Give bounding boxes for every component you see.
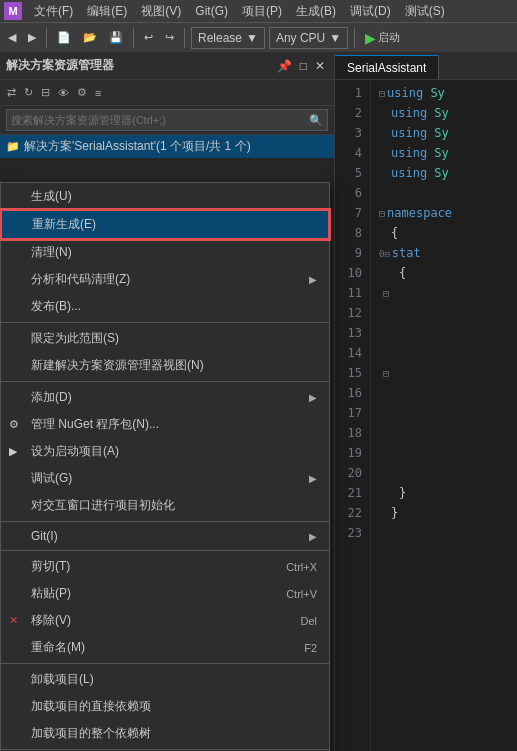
solution-root-item[interactable]: 📁 解决方案'SerialAssistant'(1 个项目/共 1 个) — [0, 135, 334, 158]
code-content[interactable]: ⊟ using Sy using Sy using Sy using Sy — [371, 80, 517, 751]
menu-startup-item[interactable]: ▶ 设为启动项目(A) — [1, 438, 329, 465]
menu-debug-item[interactable]: 调试(G) ▶ — [1, 465, 329, 492]
menu-add-item[interactable]: 添加(D) ▶ — [1, 384, 329, 411]
using-val-3: Sy — [434, 124, 448, 143]
toolbar: ◀ ▶ 📄 📂 💾 ↩ ↪ Release ▼ Any CPU ▼ ▶ 启动 — [0, 22, 517, 52]
code-line-16 — [379, 384, 509, 404]
nuget-icon: ⚙ — [9, 418, 19, 431]
menu-rename-label: 重命名(M) — [31, 639, 85, 656]
toolbar-separator-4 — [354, 28, 355, 48]
maximize-icon[interactable]: □ — [297, 58, 310, 74]
code-line-10: { — [379, 264, 509, 284]
menu-view[interactable]: 视图(V) — [135, 1, 187, 22]
line-num-17: 17 — [339, 404, 362, 424]
add-arrow: ▶ — [309, 392, 317, 403]
line-num-19: 19 — [339, 444, 362, 464]
menu-load-direct-item[interactable]: 加载项目的直接依赖项 — [1, 693, 329, 720]
code-line-1: ⊟ using Sy — [379, 84, 509, 104]
startup-icon: ▶ — [9, 445, 17, 458]
show-all-btn[interactable]: 👁 — [55, 86, 72, 100]
line-num-12: 12 — [339, 304, 362, 324]
menu-project[interactable]: 项目(P) — [236, 1, 288, 22]
toolbar-separator-2 — [133, 28, 134, 48]
code-line-6 — [379, 184, 509, 204]
configuration-dropdown[interactable]: Release ▼ — [191, 27, 265, 49]
code-line-20 — [379, 464, 509, 484]
menu-interactive-item[interactable]: 对交互窗口进行项目初始化 — [1, 492, 329, 519]
sync-view-btn[interactable]: ⇄ — [4, 85, 19, 100]
menu-edit[interactable]: 编辑(E) — [81, 1, 133, 22]
menu-unload-item[interactable]: 卸载项目(L) — [1, 666, 329, 693]
brace-open-2: { — [399, 264, 406, 283]
code-line-19 — [379, 444, 509, 464]
code-area: 1 2 3 4 5 6 7 8 9 10 11 12 13 14 15 16 1… — [335, 80, 517, 751]
code-line-7: ⊟ namespace — [379, 204, 509, 224]
menu-load-all-item[interactable]: 加载项目的整个依赖树 — [1, 720, 329, 747]
expand-11: ⊟ — [383, 286, 389, 302]
menu-rebuild-item[interactable]: 重新生成(E) — [1, 210, 329, 239]
line-num-10: 10 — [339, 264, 362, 284]
menu-test[interactable]: 测试(S) — [399, 1, 451, 22]
menu-remove-item[interactable]: ✕ 移除(V) Del — [1, 607, 329, 634]
menu-analyze-label: 分析和代码清理(Z) — [31, 271, 130, 288]
code-line-9: 0⊟ stat — [379, 244, 509, 264]
search-wrapper[interactable]: 🔍 — [6, 109, 328, 131]
tab-label: SerialAssistant — [347, 61, 426, 75]
menu-paste-item[interactable]: 粘贴(P) Ctrl+V — [1, 580, 329, 607]
menu-new-view-item[interactable]: 新建解决方案资源管理器视图(N) — [1, 352, 329, 379]
redo-button[interactable]: ↪ — [161, 29, 178, 46]
configuration-arrow: ▼ — [246, 31, 258, 45]
open-button[interactable]: 📂 — [79, 29, 101, 46]
configuration-label: Release — [198, 31, 242, 45]
stat-kw: stat — [392, 244, 421, 263]
save-button[interactable]: 💾 — [105, 29, 127, 46]
undo-button[interactable]: ↩ — [140, 29, 157, 46]
close-panel-icon[interactable]: ✕ — [312, 58, 328, 74]
back-button[interactable]: ◀ — [4, 29, 20, 46]
line-num-5: 5 — [339, 164, 362, 184]
refresh-btn[interactable]: ↻ — [21, 85, 36, 100]
menu-nuget-item[interactable]: ⚙ 管理 NuGet 程序包(N)... — [1, 411, 329, 438]
expand-9: 0⊟ — [379, 247, 390, 261]
menu-git-item[interactable]: Git(I) ▶ — [1, 524, 329, 548]
menu-publish-item[interactable]: 发布(B)... — [1, 293, 329, 320]
code-line-14 — [379, 344, 509, 364]
brace-close-1: } — [399, 484, 406, 503]
code-line-2: using Sy — [379, 104, 509, 124]
solution-explorer-panel: 解决方案资源管理器 📌 □ ✕ ⇄ ↻ ⊟ 👁 ⚙ ≡ 🔍 — [0, 52, 335, 751]
using-val-1: Sy — [430, 84, 444, 103]
code-line-3: using Sy — [379, 124, 509, 144]
search-input[interactable] — [11, 114, 309, 126]
vs-logo: M — [4, 2, 22, 20]
menu-file[interactable]: 文件(F) — [28, 1, 79, 22]
separator-6 — [1, 749, 329, 750]
menu-git-label: Git(I) — [31, 529, 58, 543]
menu-git[interactable]: Git(G) — [189, 2, 234, 20]
collapse-btn[interactable]: ⊟ — [38, 85, 53, 100]
platform-arrow: ▼ — [329, 31, 341, 45]
code-line-18 — [379, 424, 509, 444]
solution-icon: 📁 — [6, 140, 20, 153]
menu-cut-item[interactable]: 剪切(T) Ctrl+X — [1, 553, 329, 580]
menu-build-item[interactable]: 生成(U) — [1, 183, 329, 210]
menu-build[interactable]: 生成(B) — [290, 1, 342, 22]
new-file-button[interactable]: 📄 — [53, 29, 75, 46]
code-line-15: ⊟ — [379, 364, 509, 384]
menu-load-direct-label: 加载项目的直接依赖项 — [31, 698, 151, 715]
platform-dropdown[interactable]: Any CPU ▼ — [269, 27, 348, 49]
line-num-1: 1 — [339, 84, 362, 104]
menu-scope-item[interactable]: 限定为此范围(S) — [1, 325, 329, 352]
start-button[interactable]: ▶ 启动 — [361, 28, 404, 48]
menu-rename-item[interactable]: 重命名(M) F2 — [1, 634, 329, 661]
menu-debug[interactable]: 调试(D) — [344, 1, 397, 22]
code-line-11: ⊟ — [379, 284, 509, 304]
menu-analyze-item[interactable]: 分析和代码清理(Z) ▶ — [1, 266, 329, 293]
namespace-kw: namespace — [387, 204, 452, 223]
menu-clean-item[interactable]: 清理(N) — [1, 239, 329, 266]
pin-icon[interactable]: 📌 — [274, 58, 295, 74]
settings-btn[interactable]: ≡ — [92, 86, 104, 100]
forward-button[interactable]: ▶ — [24, 29, 40, 46]
editor-tab-serial[interactable]: SerialAssistant — [335, 55, 439, 79]
using-val-2: Sy — [434, 104, 448, 123]
filter-btn[interactable]: ⚙ — [74, 85, 90, 100]
